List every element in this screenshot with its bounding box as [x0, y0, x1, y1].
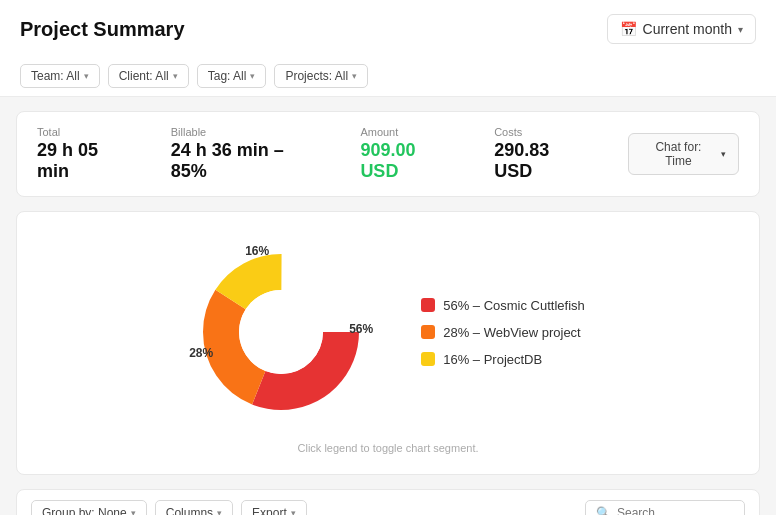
group-by-button[interactable]: Group by: None ▾ [31, 500, 147, 515]
search-box[interactable]: 🔍 [585, 500, 745, 515]
date-filter-button[interactable]: 📅 Current month ▾ [607, 14, 756, 44]
total-value: 29 h 05 min [37, 140, 135, 182]
amount-value: 909.00 USD [360, 140, 458, 182]
chevron-down-icon: ▾ [291, 508, 296, 515]
calendar-icon: 📅 [620, 21, 637, 37]
export-label: Export [252, 506, 287, 515]
team-filter-button[interactable]: Team: All ▾ [20, 64, 100, 88]
stats-card: Total 29 h 05 min Billable 24 h 36 min –… [16, 111, 760, 197]
donut-svg [191, 242, 371, 422]
costs-stat: Costs 290.83 USD [494, 126, 628, 182]
projects-filter-button[interactable]: Projects: All ▾ [274, 64, 368, 88]
chat-for-button[interactable]: Chat for: Time ▾ [628, 133, 739, 175]
chat-for-label: Chat for: Time [641, 140, 716, 168]
legend-item-webview[interactable]: 28% – WebView project [421, 325, 585, 340]
legend-dot-cosmic [421, 298, 435, 312]
costs-value: 290.83 USD [494, 140, 592, 182]
chart-card: 56% 28% 16% 56% – Cosmic Cuttlefish 28% … [16, 211, 760, 475]
billable-label: Billable [171, 126, 325, 138]
legend-label-webview: 28% – WebView project [443, 325, 581, 340]
legend-dot-projectdb [421, 352, 435, 366]
tag-filter-button[interactable]: Tag: All ▾ [197, 64, 267, 88]
export-button[interactable]: Export ▾ [241, 500, 307, 515]
total-stat: Total 29 h 05 min [37, 126, 171, 182]
legend-label-projectdb: 16% – ProjectDB [443, 352, 542, 367]
team-filter-label: Team: All [31, 69, 80, 83]
page-header: Project Summary 📅 Current month ▾ [0, 0, 776, 56]
chevron-down-icon: ▾ [250, 71, 255, 81]
search-input[interactable] [617, 506, 734, 515]
page-title: Project Summary [20, 18, 185, 41]
billable-stat: Billable 24 h 36 min – 85% [171, 126, 361, 182]
chevron-down-icon: ▾ [738, 24, 743, 35]
donut-chart: 56% 28% 16% [191, 242, 371, 422]
projects-filter-label: Projects: All [285, 69, 348, 83]
chevron-down-icon: ▾ [721, 149, 726, 159]
costs-label: Costs [494, 126, 592, 138]
amount-label: Amount [360, 126, 458, 138]
client-filter-button[interactable]: Client: All ▾ [108, 64, 189, 88]
legend-item-cosmic[interactable]: 56% – Cosmic Cuttlefish [421, 298, 585, 313]
table-card: Group by: None ▾ Columns ▾ Export ▾ 🔍 [16, 489, 760, 515]
donut-hole [239, 290, 323, 374]
chart-hint: Click legend to toggle chart segment. [298, 442, 479, 454]
chevron-down-icon: ▾ [352, 71, 357, 81]
amount-stat: Amount 909.00 USD [360, 126, 494, 182]
legend-item-projectdb[interactable]: 16% – ProjectDB [421, 352, 585, 367]
group-by-label: Group by: None [42, 506, 127, 515]
chevron-down-icon: ▾ [131, 508, 136, 515]
donut-label-16: 16% [245, 244, 269, 258]
chart-legend: 56% – Cosmic Cuttlefish 28% – WebView pr… [421, 298, 585, 367]
donut-label-28: 28% [189, 346, 213, 360]
donut-label-56: 56% [349, 322, 373, 336]
main-content: Total 29 h 05 min Billable 24 h 36 min –… [0, 97, 776, 515]
chevron-down-icon: ▾ [173, 71, 178, 81]
legend-dot-webview [421, 325, 435, 339]
chart-area: 56% 28% 16% 56% – Cosmic Cuttlefish 28% … [37, 232, 739, 432]
search-icon: 🔍 [596, 506, 611, 515]
table-toolbar: Group by: None ▾ Columns ▾ Export ▾ 🔍 [17, 490, 759, 515]
chevron-down-icon: ▾ [217, 508, 222, 515]
total-label: Total [37, 126, 135, 138]
filters-bar: Team: All ▾ Client: All ▾ Tag: All ▾ Pro… [0, 56, 776, 97]
legend-label-cosmic: 56% – Cosmic Cuttlefish [443, 298, 585, 313]
chevron-down-icon: ▾ [84, 71, 89, 81]
columns-label: Columns [166, 506, 213, 515]
client-filter-label: Client: All [119, 69, 169, 83]
date-filter-label: Current month [643, 21, 732, 37]
tag-filter-label: Tag: All [208, 69, 247, 83]
columns-button[interactable]: Columns ▾ [155, 500, 233, 515]
billable-value: 24 h 36 min – 85% [171, 140, 325, 182]
